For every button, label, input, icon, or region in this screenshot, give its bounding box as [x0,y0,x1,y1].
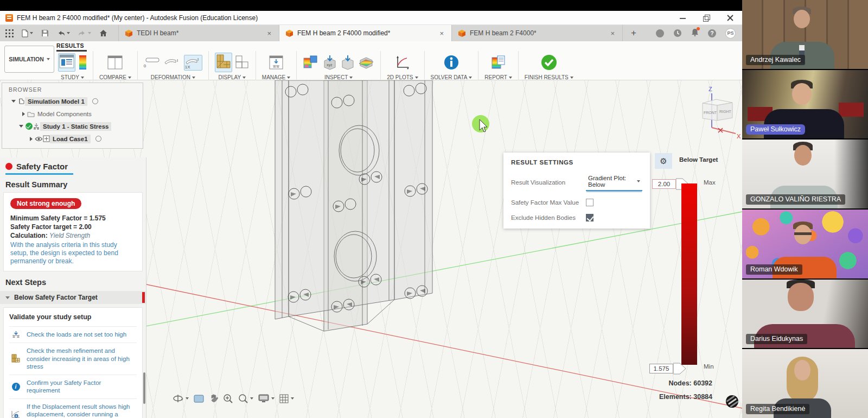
2d-plots-icon[interactable] [395,55,410,70]
job-status-icon[interactable] [656,29,664,37]
manage-icon[interactable] [268,55,284,70]
probe-icon[interactable] [341,54,355,71]
advice-item-requirement[interactable]: i Confirm your Safety Factor requirement [9,375,137,398]
participant-tile[interactable]: Roman Wdowik [742,210,868,278]
2d-plots-menu[interactable]: 2D PLOTS [387,74,418,80]
tab-close-icon[interactable]: × [266,30,272,37]
view-cube[interactable]: Z FRONT RIGHT X [703,86,741,140]
tab-tedi-h-beam[interactable]: TEDI H beam* × [118,25,279,41]
study-menu[interactable]: STUDY [61,74,84,80]
display-settings-tool[interactable] [258,394,275,403]
inspect-gradient-icon[interactable] [303,55,319,70]
restore-button[interactable] [703,15,710,21]
chevron-down-icon[interactable] [11,100,16,103]
pan-icon[interactable] [209,394,218,403]
file-menu[interactable] [22,29,33,37]
panel-scrollbar[interactable] [143,372,145,404]
tab-close-icon[interactable]: × [438,30,445,37]
look-at-icon[interactable] [194,395,204,403]
chevron-down-icon[interactable] [19,125,23,128]
safety-factor-target: Safety Factor target = 2.00 [10,223,136,231]
finish-results-menu[interactable]: FINISH RESULTS [525,74,573,80]
compare-menu[interactable]: COMPARE [99,74,131,80]
tab-fem-h-beam-modified[interactable]: FEM H beam 2 F4000 modified* × [279,25,451,41]
tree-item-load-case1[interactable]: Load Case1 [2,132,143,145]
deformation-menu[interactable]: DEFORMATION [151,74,195,80]
deformation-undeformed-icon[interactable]: 0 [144,57,160,68]
fusion-window: FEM H beam 2 F4000 modified* (My center)… [0,0,742,418]
advice-item-mesh[interactable]: Check the mesh refinement and consider i… [9,343,137,375]
exclude-hidden-checkbox[interactable] [586,214,593,221]
visualization-dropdown[interactable]: Gradient Plot: Below [586,173,642,191]
display-menu[interactable]: DISPLAY [219,74,246,80]
x-axis-label: X [737,133,741,140]
ribbon-tab-results[interactable]: RESULTS [56,42,87,52]
h-beam-model[interactable] [275,80,432,331]
selection-ring-icon[interactable] [92,98,98,104]
workspace-selector[interactable]: SIMULATION [4,46,54,73]
chevron-right-icon[interactable] [30,137,33,141]
solver-data-menu[interactable]: SOLVER DATA [431,74,473,80]
app-grid-icon[interactable] [5,29,14,37]
legend-settings-gear-icon[interactable]: ⚙ [655,153,672,169]
inspect-menu[interactable]: INSPECT [324,74,353,80]
solver-data-icon[interactable] [443,54,459,71]
top-black-strip [0,0,742,11]
tree-item-simulation-model[interactable]: Simulation Model 1 [2,95,143,107]
zoom-floating-icon[interactable] [726,395,738,408]
contour-legend-icon[interactable] [79,55,87,70]
participant-tile[interactable]: GONZALO VALIÑO RIESTRA [742,140,868,208]
participant-tile[interactable]: Regita Bendikienė [742,349,868,418]
tab-fem-h-beam[interactable]: FEM H beam 2 F4000* × [451,25,623,41]
advice-item-nonlinear[interactable]: If the Displacement result shows high di… [9,398,137,418]
eye-icon[interactable] [35,136,42,142]
result-settings-dialog: RESULT SETTINGS Result Visualization Gra… [503,153,650,229]
minimize-button[interactable] [680,15,687,21]
mesh-refine-icon [11,354,20,363]
grid-layout-tool[interactable] [279,394,294,403]
participant-tile[interactable]: Paweł Sułkowicz [742,70,868,139]
manage-menu[interactable]: MANAGE [262,74,290,80]
max-value-checkbox[interactable] [586,199,593,206]
deformation-actual-icon[interactable]: I [163,56,181,69]
advice-item-loads[interactable]: Check the loads are not set too high [9,326,137,343]
display-wireframe-icon[interactable] [235,55,250,69]
chevron-right-icon[interactable] [22,112,25,116]
slice-plane-icon[interactable] [358,55,374,70]
study-report-icon[interactable] [58,53,75,72]
fusion-doc-icon [286,30,293,37]
probe-xyz-icon[interactable]: xyz [322,54,337,71]
notifications-bell-icon[interactable] [691,28,699,39]
deformation-scaled-icon[interactable]: I1X [184,55,202,71]
participant-tile[interactable]: Andrzej Kawalec [742,0,868,69]
compare-icon[interactable] [107,55,123,70]
legend-min-value[interactable]: 1.575 [649,362,686,375]
home-icon[interactable] [99,29,107,37]
ribbon-toolbar: SIMULATION RESULTS STUDY [0,41,742,80]
report-menu[interactable]: REPORT [484,74,512,80]
close-button[interactable] [726,15,733,21]
zoom-tool-icon[interactable] [223,394,233,403]
tree-item-study1[interactable]: Study 1 - Static Stress [2,120,143,132]
redo-button[interactable] [78,30,91,37]
help-icon[interactable]: ? [708,29,716,37]
finish-results-icon[interactable] [540,54,558,71]
report-icon[interactable] [490,55,507,70]
group-finish-results: FINISH RESULTS [519,51,579,80]
below-target-section[interactable]: Below Safety Factor Target [0,291,146,304]
workarea: Z FRONT RIGHT X RESULT SETTINGS [0,80,742,418]
new-tab-button[interactable]: + [623,25,644,41]
max-value-label: Safety Factor Max Value [511,199,586,206]
save-icon[interactable] [41,29,49,37]
undo-button[interactable] [57,30,70,37]
participant-tile[interactable]: Darius Eidukynas [742,280,868,349]
fit-tool[interactable] [238,394,253,403]
display-mesh-icon[interactable] [215,53,232,72]
orbit-tool[interactable] [173,394,189,403]
tab-close-icon[interactable]: × [609,30,616,37]
clock-icon[interactable] [673,29,682,37]
selection-ring-icon[interactable] [95,136,101,142]
tree-item-model-components[interactable]: Model Components [2,107,143,120]
legend-color-bar[interactable] [681,183,697,365]
user-avatar[interactable]: PS [725,28,736,39]
